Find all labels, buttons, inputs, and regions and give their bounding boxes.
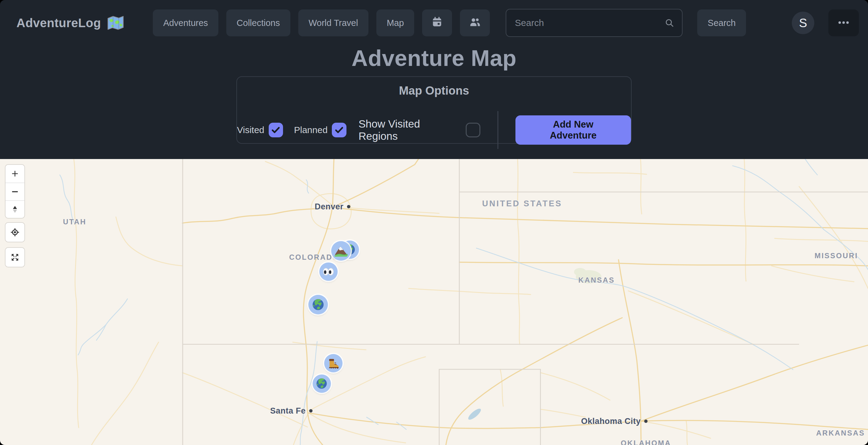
zoom-out-button[interactable] bbox=[5, 182, 24, 200]
fullscreen-button[interactable] bbox=[5, 248, 24, 267]
map-label-arkansas: ARKANSAS bbox=[816, 429, 865, 437]
tilt-button[interactable] bbox=[5, 200, 24, 218]
map-marker-eyes[interactable] bbox=[319, 263, 338, 281]
map-base-layer bbox=[0, 159, 868, 445]
map-label-oklahoma-city: Oklahoma City bbox=[581, 417, 648, 426]
search-button[interactable]: Search bbox=[697, 9, 746, 36]
users-icon bbox=[469, 16, 480, 30]
nav-group: Adventures Collections World Travel Map … bbox=[153, 9, 746, 37]
check-icon bbox=[270, 124, 281, 136]
map-label-kansas: KANSAS bbox=[578, 276, 615, 285]
zoom-control-group bbox=[5, 165, 24, 218]
avatar[interactable]: S bbox=[792, 11, 814, 34]
navbar: AdventureLog Adventures Collections Worl… bbox=[0, 0, 868, 46]
overflow-menu-button[interactable] bbox=[828, 9, 859, 36]
fullscreen-icon bbox=[10, 253, 20, 262]
map-label-missouri: MISSOURI bbox=[815, 251, 858, 260]
users-button[interactable] bbox=[460, 9, 490, 36]
tilt-icon bbox=[10, 205, 20, 214]
search-wrap bbox=[506, 9, 683, 37]
show-visited-regions-label: Show Visited Regions bbox=[359, 118, 461, 142]
map-marker-boot[interactable] bbox=[324, 354, 342, 373]
map-logo-icon bbox=[106, 15, 125, 31]
map-label-united-states: UNITED STATES bbox=[482, 199, 562, 208]
logo-text: AdventureLog bbox=[17, 16, 101, 30]
visited-label: Visited bbox=[237, 125, 265, 135]
geolocate-control-group bbox=[5, 223, 24, 242]
nav-map[interactable]: Map bbox=[376, 9, 414, 36]
adventurelog-app: AdventureLog Adventures Collections Worl… bbox=[0, 0, 868, 445]
visited-checkbox[interactable] bbox=[269, 123, 283, 137]
fullscreen-control-group bbox=[5, 248, 24, 267]
calendar-icon bbox=[431, 16, 443, 30]
plus-icon bbox=[10, 169, 20, 179]
minus-icon bbox=[10, 187, 20, 197]
map-label-denver: Denver bbox=[315, 202, 350, 211]
nav-world-travel[interactable]: World Travel bbox=[298, 9, 368, 36]
zoom-in-button[interactable] bbox=[5, 165, 24, 182]
map-options-title: Map Options bbox=[237, 84, 631, 97]
geolocate-button[interactable] bbox=[5, 223, 24, 242]
map-label-utah: UTAH bbox=[63, 218, 87, 226]
add-new-adventure-button[interactable]: Add New Adventure bbox=[516, 115, 631, 145]
map-options-row: Visited Planned Show Visited Regions Add… bbox=[237, 111, 631, 149]
divider bbox=[497, 111, 498, 149]
map-label-oklahoma: OKLAHOMA bbox=[621, 439, 671, 445]
planned-label: Planned bbox=[294, 125, 328, 135]
planned-checkbox[interactable] bbox=[332, 123, 346, 137]
adventure-map[interactable]: UTAHCOLORADOKANSASMISSOURIOKLAHOMAARKANS… bbox=[0, 159, 868, 445]
ellipsis-icon bbox=[837, 16, 850, 30]
map-marker-globe[interactable] bbox=[308, 295, 328, 315]
geolocate-icon bbox=[10, 227, 20, 237]
calendar-button[interactable] bbox=[422, 9, 452, 36]
show-visited-regions-checkbox[interactable] bbox=[466, 123, 480, 137]
logo[interactable]: AdventureLog bbox=[17, 15, 125, 31]
city-dot bbox=[347, 205, 350, 208]
map-options-card: Map Options Visited Planned Show Visited… bbox=[236, 76, 632, 144]
map-marker-mountain[interactable] bbox=[331, 241, 351, 261]
page-title: Adventure Map bbox=[0, 45, 868, 71]
nav-collections[interactable]: Collections bbox=[226, 9, 290, 36]
check-icon bbox=[334, 124, 345, 136]
map-label-santa-fe: Santa Fe bbox=[270, 406, 313, 416]
city-dot bbox=[309, 409, 312, 413]
nav-adventures[interactable]: Adventures bbox=[153, 9, 218, 36]
city-dot bbox=[644, 420, 648, 423]
search-input[interactable] bbox=[506, 9, 683, 37]
map-marker-globe[interactable] bbox=[313, 375, 331, 393]
